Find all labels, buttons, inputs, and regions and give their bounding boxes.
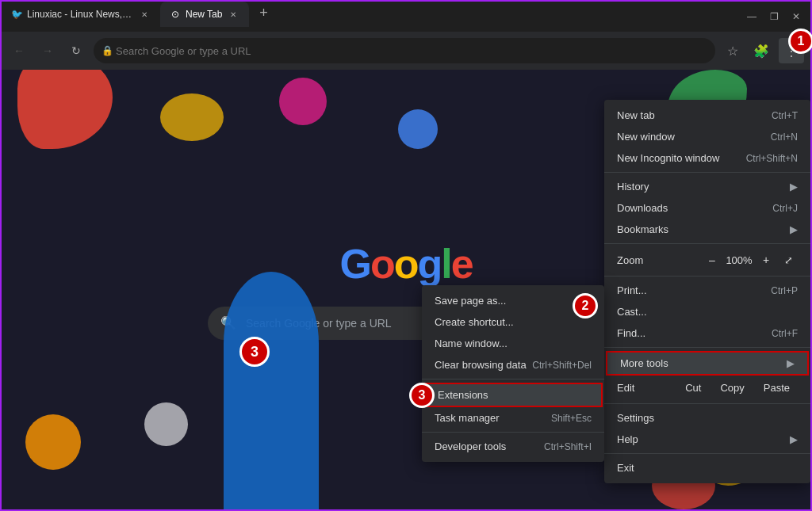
menu-label-help: Help xyxy=(617,433,638,445)
g-blue2: g xyxy=(417,241,441,287)
menu-label-bookmarks: Bookmarks xyxy=(617,223,668,235)
edit-label: Edit xyxy=(617,382,671,394)
g-red: o xyxy=(370,241,394,287)
zoom-minus-button[interactable]: – xyxy=(703,250,722,269)
menu-label-more-tools: More tools xyxy=(620,357,668,369)
menu-arrow-history: ▶ xyxy=(790,181,798,193)
g-yellow: o xyxy=(394,241,418,287)
submenu-item-extensions[interactable]: Extensions 3 xyxy=(423,383,603,407)
menu-label-new-tab: New tab xyxy=(617,109,655,121)
zoom-label: Zoom xyxy=(617,254,696,266)
browser-frame: 🐦 Linuxiac - Linux News, Tu... ✕ ⊙ New T… xyxy=(0,0,812,511)
menu-label-find: Find... xyxy=(617,327,645,339)
submenu-item-clear-browsing[interactable]: Clear browsing data Ctrl+Shift+Del xyxy=(422,354,604,376)
submenu-label-create-shortcut: Create shortcut... xyxy=(435,316,514,328)
edit-row: Edit Cut Copy Paste xyxy=(604,376,810,400)
submenu-item-task-manager[interactable]: Task manager Shift+Esc xyxy=(422,407,604,429)
g-green: l xyxy=(441,241,450,287)
menu-shortcut-find: Ctrl+F xyxy=(772,328,798,339)
menu-shortcut-print: Ctrl+P xyxy=(771,285,798,296)
menu-label-print: Print... xyxy=(617,284,647,296)
menu-label-incognito: New Incognito window xyxy=(617,152,719,164)
submenu-divider-2 xyxy=(422,432,604,433)
menu-label-settings: Settings xyxy=(617,412,654,424)
copy-button[interactable]: Copy xyxy=(712,379,752,397)
tab-title-2: New Tab xyxy=(186,9,222,20)
tab-linuxiac[interactable]: 🐦 Linuxiac - Linux News, Tu... ✕ xyxy=(2,2,160,27)
reload-button[interactable]: ↻ xyxy=(65,40,87,62)
menu-divider-6 xyxy=(604,453,810,454)
shape-pink xyxy=(279,78,327,125)
menu-arrow-help: ▶ xyxy=(790,433,798,445)
menu-item-settings[interactable]: Settings xyxy=(604,407,810,429)
bookmark-star-button[interactable]: ☆ xyxy=(722,40,744,62)
submenu-shortcut-task-manager: Shift+Esc xyxy=(551,413,592,424)
menu-item-new-tab[interactable]: New tab Ctrl+T xyxy=(604,105,810,126)
menu-item-cast[interactable]: Cast... xyxy=(604,301,810,322)
menu-arrow-more-tools: ▶ xyxy=(787,357,795,369)
menu-item-print[interactable]: Print... Ctrl+P xyxy=(604,280,810,301)
address-input[interactable] xyxy=(94,38,715,63)
tab-close-2[interactable]: ✕ xyxy=(227,8,239,21)
paste-button[interactable]: Paste xyxy=(756,379,798,397)
submenu-shortcut-developer-tools: Ctrl+Shift+I xyxy=(544,441,592,452)
maximize-button[interactable]: ❐ xyxy=(763,6,785,28)
cut-button[interactable]: Cut xyxy=(677,379,709,397)
menu-item-find[interactable]: Find... Ctrl+F xyxy=(604,322,810,344)
g-blue: G xyxy=(339,241,370,287)
menu-button-wrap: ⋮ 1 xyxy=(779,38,804,63)
g-red2: e xyxy=(451,241,473,287)
forward-button[interactable]: → xyxy=(36,40,59,62)
menu-divider-5 xyxy=(604,403,810,404)
menu-item-exit[interactable]: Exit xyxy=(604,457,810,479)
zoom-value: 100% xyxy=(725,254,753,266)
new-tab-button[interactable]: + xyxy=(252,2,274,24)
tab-newtab[interactable]: ⊙ New Tab ✕ xyxy=(160,2,249,27)
submenu-label-clear-browsing: Clear browsing data xyxy=(435,359,527,371)
submenu-label-developer-tools: Developer tools xyxy=(435,440,506,452)
submenu-label-task-manager: Task manager xyxy=(435,412,500,424)
address-wrap: 🔒 xyxy=(94,38,715,63)
menu-label-cast: Cast... xyxy=(617,306,647,318)
menu-item-bookmarks[interactable]: Bookmarks ▶ xyxy=(604,219,810,240)
back-button[interactable]: ← xyxy=(8,40,30,62)
submenu-divider-1 xyxy=(422,379,604,379)
submenu-item-developer-tools[interactable]: Developer tools Ctrl+Shift+I xyxy=(422,436,604,457)
zoom-expand-button[interactable]: ⤢ xyxy=(779,250,798,269)
submenu-label-name-window: Name window... xyxy=(435,337,508,349)
extension-button[interactable]: 🧩 xyxy=(750,40,772,62)
menu-divider-1 xyxy=(604,172,810,173)
zoom-plus-button[interactable]: + xyxy=(756,250,776,269)
menu-item-history[interactable]: History ▶ xyxy=(604,176,810,197)
address-bar: ← → ↻ 🔒 ☆ 🧩 ⋮ 1 xyxy=(2,32,810,70)
tab-close-1[interactable]: ✕ xyxy=(138,8,151,21)
main-menu-dropdown: New tab Ctrl+T New window Ctrl+N New Inc… xyxy=(604,100,810,483)
menu-shortcut-incognito: Ctrl+Shift+N xyxy=(746,153,798,164)
annotation-3: 3 xyxy=(239,337,270,367)
menu-arrow-bookmarks: ▶ xyxy=(790,223,798,235)
shape-orange xyxy=(25,414,81,470)
menu-label-exit: Exit xyxy=(617,462,634,474)
menu-divider-2 xyxy=(604,243,810,244)
menu-item-new-window[interactable]: New window Ctrl+N xyxy=(604,126,810,147)
tab-bar: 🐦 Linuxiac - Linux News, Tu... ✕ ⊙ New T… xyxy=(2,2,810,32)
menu-item-more-tools[interactable]: More tools ▶ xyxy=(606,351,809,376)
menu-shortcut-new-window: Ctrl+N xyxy=(771,132,798,143)
menu-item-downloads[interactable]: Downloads Ctrl+J xyxy=(604,197,810,219)
menu-item-help[interactable]: Help ▶ xyxy=(604,429,810,450)
annotation-3b: 3 xyxy=(409,383,435,408)
tab-favicon-1: 🐦 xyxy=(11,9,22,20)
minimize-button[interactable]: — xyxy=(741,6,763,28)
submenu-shortcut-clear-browsing: Ctrl+Shift+Del xyxy=(532,360,592,371)
tab-title-1: Linuxiac - Linux News, Tu... xyxy=(27,9,133,20)
title-bar-controls: — ❐ ✕ xyxy=(741,2,810,32)
tab-favicon-2: ⊙ xyxy=(170,9,181,20)
submenu-label-save-page: Save page as... xyxy=(435,295,506,307)
menu-label-history: History xyxy=(617,181,649,193)
close-button[interactable]: ✕ xyxy=(785,6,807,28)
menu-item-incognito[interactable]: New Incognito window Ctrl+Shift+N xyxy=(604,147,810,169)
submenu-item-name-window[interactable]: Name window... xyxy=(422,333,604,354)
zoom-row: Zoom – 100% + ⤢ xyxy=(604,247,810,273)
annotation-1: 1 xyxy=(788,29,812,54)
shape-red xyxy=(17,70,113,149)
